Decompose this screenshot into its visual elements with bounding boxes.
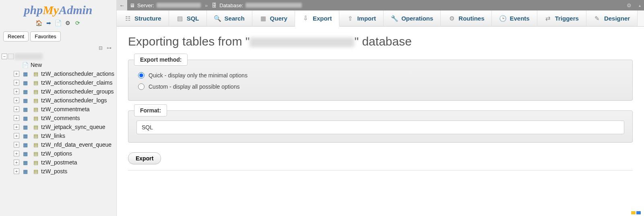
expander-icon[interactable]: − (2, 54, 7, 59)
tree-table-item[interactable]: +▦▤tzW_options (0, 149, 116, 158)
tab-import[interactable]: ⇧Import (339, 10, 384, 26)
table-browse-icon[interactable]: ▦ (22, 142, 29, 148)
expander-icon[interactable]: + (14, 89, 19, 94)
table-browse-icon[interactable]: ▦ (22, 168, 29, 174)
table-browse-icon[interactable]: ▦ (22, 133, 29, 139)
export-method-radio[interactable] (138, 72, 144, 79)
tree-table-item[interactable]: +▦▤tzW_posts (0, 167, 116, 176)
breadcrumb-database[interactable]: 🗄 Database: (209, 2, 304, 8)
tree-table-label: tzW_comments (41, 115, 80, 121)
tab-label: Routines (458, 15, 484, 22)
export-method-radio[interactable] (138, 83, 144, 90)
logo-part-admin: Admin (59, 3, 92, 17)
tree-table-label: tzW_actionscheduler_logs (41, 97, 107, 104)
new-table-icon: 📄 (22, 62, 29, 68)
expander-icon[interactable]: + (14, 151, 19, 156)
expander-icon[interactable]: + (14, 98, 19, 103)
tree-table-item[interactable]: +▦▤tzW_actionscheduler_groups (0, 87, 116, 96)
recent-favorites-tabs: Recent Favorites (0, 30, 116, 43)
expander-icon[interactable]: + (14, 80, 19, 85)
tree-table-label: tzW_actionscheduler_actions (41, 71, 114, 77)
tree-table-item[interactable]: +▦▤tzW_actionscheduler_logs (0, 96, 116, 105)
tab-search[interactable]: 🔍Search (207, 10, 252, 26)
tree-table-item[interactable]: +▦▤tzW_postmeta (0, 158, 116, 167)
server-icon: 🖥 (130, 2, 135, 8)
expander-icon[interactable]: + (14, 142, 19, 147)
table-browse-icon[interactable]: ▦ (22, 151, 29, 157)
database-label: Database: (219, 2, 243, 8)
collapse-tree-icon[interactable]: ⊟ (96, 45, 103, 50)
tab-label: Export (313, 15, 332, 22)
tab-designer[interactable]: ✎Designer (586, 10, 638, 26)
expander-icon[interactable]: + (14, 71, 19, 77)
triggers-icon: ⇄ (545, 15, 552, 22)
table-icon: ▤ (32, 124, 39, 130)
table-browse-icon[interactable]: ▦ (22, 98, 29, 104)
content-area: Exporting tables from "" database Export… (117, 27, 644, 216)
tree-table-list: +▦▤tzW_actionscheduler_actions+▦▤tzW_act… (0, 69, 116, 176)
docs-icon[interactable]: 📄 (55, 19, 62, 27)
export-method-option[interactable]: Custom - display all possible options (136, 81, 624, 92)
tab-export[interactable]: ⇩Export (295, 10, 340, 27)
phpmyadmin-logo[interactable]: phpMyAdmin (0, 0, 116, 18)
back-button[interactable]: ← (117, 0, 127, 10)
page-title: Exporting tables from "" database (128, 35, 633, 48)
table-icon: ▤ (32, 151, 39, 157)
format-fieldset: Format: SQL (128, 110, 633, 143)
format-select[interactable]: SQL (136, 120, 624, 134)
logout-icon[interactable]: ➡ (45, 19, 52, 27)
expander-icon[interactable]: + (14, 124, 19, 130)
table-browse-icon[interactable]: ▦ (22, 160, 29, 166)
expander-icon[interactable]: + (14, 168, 19, 174)
tab-routines[interactable]: ⚙Routines (441, 10, 492, 26)
table-browse-icon[interactable]: ▦ (22, 89, 29, 95)
table-browse-icon[interactable]: ▦ (22, 115, 29, 121)
tree-new-label: New (31, 62, 42, 68)
designer-icon: ✎ (594, 15, 601, 22)
tree-table-item[interactable]: +▦▤tzW_nfd_data_event_queue (0, 140, 116, 149)
table-browse-icon[interactable]: ▦ (22, 124, 29, 130)
breadcrumb-server[interactable]: 🖥 Server: (127, 2, 203, 8)
content-divider (128, 170, 633, 170)
tab-query[interactable]: ▦Query (252, 10, 295, 26)
tab-triggers[interactable]: ⇄Triggers (537, 10, 586, 26)
tree-table-item[interactable]: +▦▤tzW_links (0, 131, 116, 140)
table-browse-icon[interactable]: ▦ (22, 106, 29, 112)
home-icon[interactable]: 🏠 (35, 19, 43, 27)
tree-new-table[interactable]: 📄 New (0, 60, 116, 69)
tab-sql[interactable]: ▤SQL (169, 10, 207, 26)
main-tabs: ☷Structure▤SQL🔍Search▦Query⇩Export⇧Impor… (117, 10, 644, 27)
console-handle[interactable] (631, 211, 641, 214)
tab-events[interactable]: 🕒Events (492, 10, 537, 26)
link-icon[interactable]: ⊶ (105, 45, 111, 50)
tab-label: SQL (187, 15, 199, 22)
expander-icon[interactable]: + (14, 133, 19, 139)
table-browse-icon[interactable]: ▦ (22, 71, 29, 77)
main-panel: ← 🖥 Server: » 🗄 Database: ⚙ ▴ ☷Structure… (117, 0, 644, 216)
expander-icon[interactable]: + (14, 115, 19, 121)
tree-table-label: tzW_options (41, 150, 72, 157)
tree-table-item[interactable]: +▦▤tzW_comments (0, 114, 116, 123)
expander-icon[interactable]: + (14, 160, 19, 165)
export-method-option[interactable]: Quick - display only the minimal options (136, 70, 624, 81)
tree-table-item[interactable]: +▦▤tzW_actionscheduler_claims (0, 78, 116, 87)
title-prefix: Exporting tables from " (128, 35, 250, 48)
tab-structure[interactable]: ☷Structure (117, 10, 169, 26)
page-settings-icon[interactable]: ⚙ (623, 2, 636, 8)
expander-icon[interactable]: + (14, 106, 19, 112)
settings-icon[interactable]: ⚙ (64, 19, 72, 27)
collapse-header-icon[interactable]: ▴ (636, 3, 644, 8)
tree-table-label: tzW_links (41, 133, 65, 139)
recent-button[interactable]: Recent (3, 31, 29, 42)
favorites-button[interactable]: Favorites (30, 31, 60, 42)
tree-table-item[interactable]: +▦▤tzW_jetpack_sync_queue (0, 123, 116, 131)
tree-table-item[interactable]: +▦▤tzW_actionscheduler_actions (0, 69, 116, 78)
table-browse-icon[interactable]: ▦ (22, 80, 29, 86)
tree-table-item[interactable]: +▦▤tzW_commentmeta (0, 105, 116, 114)
expander-icon[interactable] (8, 54, 14, 59)
export-button[interactable]: Export (128, 152, 161, 164)
tab-operations[interactable]: 🔧Operations (384, 10, 441, 26)
tree-root-database[interactable]: − (0, 52, 116, 60)
tab-label: Designer (604, 15, 630, 22)
reload-icon[interactable]: ⟳ (74, 19, 81, 27)
